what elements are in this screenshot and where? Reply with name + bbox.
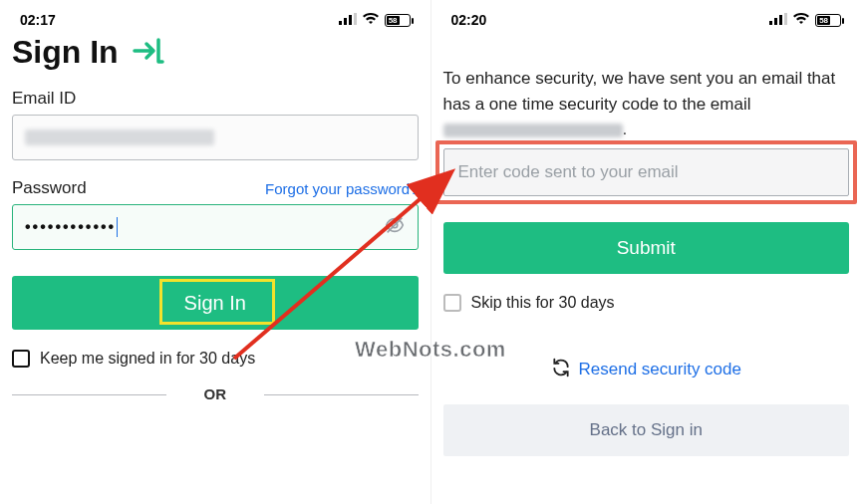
- keep-signed-checkbox-row[interactable]: Keep me signed in for 30 days: [12, 350, 419, 368]
- refresh-icon: [551, 358, 571, 382]
- email-label: Email ID: [12, 89, 419, 109]
- wifi-icon: [363, 12, 379, 28]
- battery-icon: 58: [385, 14, 411, 27]
- svg-rect-8: [779, 15, 782, 25]
- email-redacted: [443, 124, 623, 137]
- submit-button-label: Submit: [617, 237, 676, 259]
- skip-label: Skip this for 30 days: [471, 294, 615, 312]
- submit-button[interactable]: Submit: [443, 222, 850, 274]
- signin-button[interactable]: Sign In: [12, 276, 419, 330]
- keep-signed-label: Keep me signed in for 30 days: [40, 350, 255, 368]
- svg-rect-9: [784, 13, 787, 25]
- signin-arrow-icon: [133, 37, 166, 69]
- page-title: Sign In: [12, 34, 119, 71]
- resend-label: Resend security code: [579, 360, 741, 379]
- status-bar: 02:20 58: [443, 10, 850, 34]
- password-field[interactable]: ••••••••••••: [12, 204, 419, 250]
- security-code-input[interactable]: [443, 148, 850, 196]
- email-value-redacted: [25, 129, 214, 145]
- svg-rect-2: [349, 15, 352, 25]
- signal-icon: [339, 12, 357, 28]
- checkbox-unchecked-icon[interactable]: [12, 350, 30, 368]
- skip-checkbox-row[interactable]: Skip this for 30 days: [443, 294, 850, 312]
- password-label: Password: [12, 178, 87, 198]
- signin-screen: 02:17 58 Sign In Email ID Password Forgo…: [0, 0, 431, 504]
- status-time: 02:17: [20, 12, 56, 28]
- wifi-icon: [793, 12, 809, 28]
- back-to-signin-button[interactable]: Back to Sign in: [443, 404, 850, 456]
- svg-rect-6: [769, 21, 772, 25]
- back-button-label: Back to Sign in: [590, 420, 703, 439]
- signin-button-label: Sign In: [184, 292, 246, 315]
- svg-rect-0: [339, 21, 342, 25]
- svg-rect-3: [354, 13, 357, 25]
- status-bar: 02:17 58: [12, 10, 419, 34]
- password-value-masked: ••••••••••••: [25, 218, 116, 236]
- svg-rect-7: [774, 18, 777, 25]
- security-code-screen: 02:20 58 To enhance security, we have se…: [431, 0, 862, 504]
- security-description: To enhance security, we have sent you an…: [443, 66, 850, 142]
- forgot-password-link[interactable]: Forgot your password?: [265, 180, 418, 197]
- eye-off-icon[interactable]: [384, 214, 406, 240]
- battery-icon: 58: [815, 14, 841, 27]
- email-field[interactable]: [12, 115, 419, 160]
- checkbox-unchecked-icon[interactable]: [443, 294, 461, 312]
- svg-rect-1: [344, 18, 347, 25]
- signal-icon: [769, 12, 787, 28]
- status-time: 02:20: [451, 12, 487, 28]
- or-divider: OR: [12, 385, 419, 402]
- resend-code-link[interactable]: Resend security code: [443, 358, 850, 382]
